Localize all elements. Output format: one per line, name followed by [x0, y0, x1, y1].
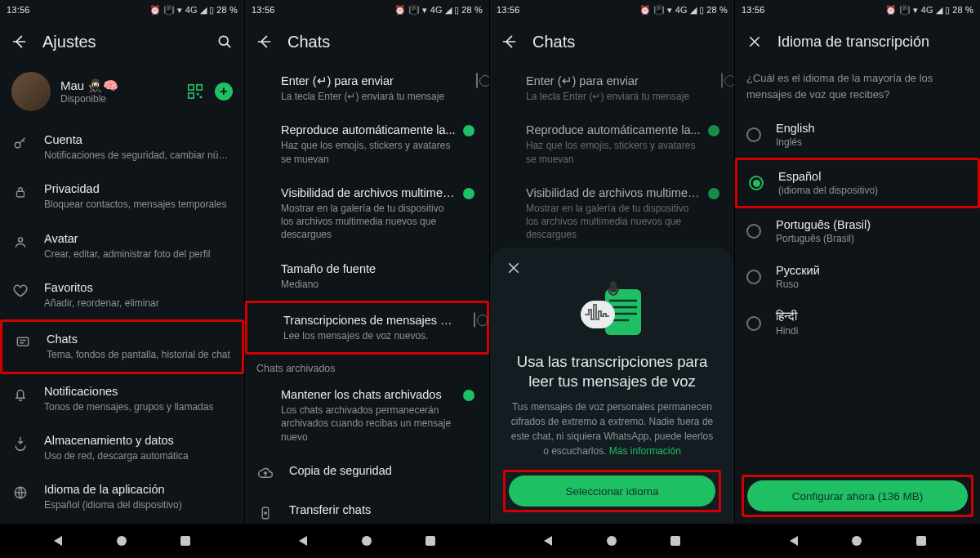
home-nav-icon[interactable] [117, 536, 127, 546]
wifi-icon: ▾ [667, 5, 672, 16]
status-time: 13:56 [7, 5, 30, 15]
signal-icon: ◢ [445, 5, 452, 16]
vibrate-icon: 📳 [653, 5, 665, 16]
screen-chats-settings: 13:56 ⏰ 📳 ▾ 4G ◢ ▯ 28 % Chats Enter (↵) … [245, 0, 490, 558]
item-subtitle: Español (idioma del dispositivo) [44, 498, 233, 511]
setting-item[interactable]: Mantener los chats archivadosLos chats a… [245, 377, 489, 453]
recents-nav-icon[interactable] [180, 536, 190, 546]
back-nav-icon[interactable] [54, 536, 62, 546]
alarm-icon: ⏰ [885, 5, 897, 16]
language-subtitle: Hindi [776, 325, 798, 337]
settings-item-storage[interactable]: Almacenamiento y datosUso de red, descar… [0, 423, 244, 472]
toggle-switch[interactable] [474, 312, 475, 328]
profile-row[interactable]: Mau 🥷🏻🧠 Disponible + [0, 64, 244, 123]
home-nav-icon[interactable] [362, 536, 372, 546]
svg-rect-1 [189, 85, 194, 90]
back-icon[interactable] [500, 32, 519, 51]
language-option[interactable]: РусскийRuso [735, 254, 980, 300]
svg-rect-2 [197, 85, 202, 90]
settings-item-bell[interactable]: NotificacionesTonos de mensajes, grupos … [0, 374, 244, 423]
wifi-icon: ▾ [177, 5, 182, 16]
setting-item[interactable]: Tamaño de fuenteMediano [245, 252, 489, 301]
net-icon: 4G [921, 5, 933, 15]
item-subtitle: Bloquear contactos, mensajes temporales [44, 198, 233, 211]
item-title: Visibilidad de archivos multimedia [526, 185, 703, 200]
back-icon[interactable] [255, 32, 274, 51]
toggle-switch[interactable] [476, 73, 478, 88]
item-title: Notificaciones [44, 384, 233, 399]
item-title: Transferir chats [289, 502, 478, 517]
app-bar: Chats [490, 20, 734, 64]
settings-item-chat[interactable]: ChatsTema, fondos de pantalla, historial… [0, 319, 244, 373]
back-icon[interactable] [10, 32, 29, 51]
status-time: 13:56 [742, 5, 765, 15]
setting-item[interactable]: Reproduce automáticamente la...Haz que l… [490, 113, 734, 176]
page-title: Ajustes [42, 33, 202, 51]
language-name: Português (Brasil) [776, 218, 871, 231]
recents-nav-icon[interactable] [916, 536, 926, 546]
setting-item[interactable]: Enter (↵) para enviarLa tecla Enter (↵) … [245, 64, 489, 113]
radio-button[interactable] [746, 316, 761, 331]
back-nav-icon[interactable] [299, 536, 307, 546]
close-icon[interactable] [745, 32, 764, 51]
setting-item[interactable]: Reproduce automáticamente la...Haz que l… [245, 113, 489, 176]
settings-item-heart[interactable]: FavoritosAñadir, reordenar, eliminar [0, 270, 244, 319]
item-title: Reproduce automáticamente la... [281, 123, 458, 137]
language-option[interactable]: हिन्दीHindi [735, 300, 980, 346]
item-title: Favoritos [44, 280, 233, 295]
item-title: Transcripciones de mensajes de... [283, 313, 454, 328]
recents-nav-icon[interactable] [670, 536, 680, 546]
back-nav-icon[interactable] [790, 536, 798, 546]
select-language-button[interactable]: Seleccionar idioma [509, 475, 715, 507]
language-subtitle: Ruso [776, 279, 820, 290]
svg-point-8 [19, 238, 23, 242]
item-title: Enter (↵) para enviar [281, 74, 457, 88]
toggle-switch[interactable] [721, 73, 723, 88]
item-title: Privacidad [44, 181, 233, 196]
settings-item-avatar[interactable]: AvatarCrear, editar, administrar foto de… [0, 221, 244, 270]
search-icon[interactable] [215, 32, 234, 51]
configure-now-button[interactable]: Configurar ahora (136 MB) [747, 480, 968, 511]
setting-item[interactable]: Visibilidad de archivos multimediaMostra… [490, 176, 734, 252]
settings-item-key[interactable]: CuentaNotificaciones de seguridad, cambi… [0, 123, 244, 172]
setting-item-backup[interactable]: Copia de seguridad [245, 453, 489, 493]
settings-item-globe[interactable]: Idioma de la aplicaciónEspañol (idioma d… [0, 472, 244, 521]
back-nav-icon[interactable] [544, 536, 552, 546]
item-title: Visibilidad de archivos multimedia [281, 185, 458, 200]
language-option[interactable]: Português (Brasil)Português (Brasil) [735, 208, 980, 254]
app-bar: Chats [245, 20, 489, 64]
status-bar: 13:56 ⏰ 📳 ▾ 4G ◢ ▯ 28 % [0, 0, 244, 20]
alarm-icon: ⏰ [639, 5, 651, 16]
setting-item[interactable]: Enter (↵) para enviarLa tecla Enter (↵) … [490, 64, 734, 113]
item-title: Avatar [44, 231, 233, 246]
setting-item[interactable]: Visibilidad de archivos multimediaMostra… [245, 176, 489, 252]
recents-nav-icon[interactable] [425, 536, 435, 546]
battery-pct: 28 % [706, 5, 728, 15]
screen-transcription-language: 13:56 ⏰ 📳 ▾ 4G ◢ ▯ 28 % Idioma de transc… [735, 0, 980, 558]
transcription-illustration-icon [503, 279, 721, 346]
language-option[interactable]: EnglishInglés [735, 112, 980, 158]
radio-button[interactable] [746, 224, 761, 239]
setting-item[interactable]: Transcripciones de mensajes de...Lee los… [245, 301, 489, 355]
radio-button[interactable] [749, 176, 764, 190]
radio-button[interactable] [746, 127, 761, 142]
item-subtitle: Haz que los emojis, stickers y avatares … [526, 139, 703, 165]
home-nav-icon[interactable] [607, 536, 617, 546]
svg-rect-5 [200, 96, 203, 99]
language-option[interactable]: Español(idioma del dispositivo) [735, 158, 980, 208]
more-info-link[interactable]: Más información [609, 445, 681, 457]
radio-button[interactable] [746, 270, 761, 284]
status-bar: 13:56 ⏰ 📳 ▾ 4G ◢ ▯ 28 % [245, 0, 489, 20]
qr-icon[interactable] [185, 82, 205, 101]
status-bar: 13:56 ⏰ 📳 ▾ 4G ◢ ▯ 28 % [490, 0, 734, 20]
close-icon[interactable] [503, 257, 524, 279]
item-title: Idioma de la aplicación [44, 482, 233, 497]
profile-name: Mau 🥷🏻🧠 [60, 78, 176, 93]
item-subtitle: Haz que los emojis, stickers y avatares … [281, 139, 458, 165]
add-icon[interactable]: + [215, 83, 233, 100]
language-subtitle: (idioma del dispositivo) [778, 185, 878, 196]
net-icon: 4G [185, 5, 198, 15]
home-nav-icon[interactable] [852, 536, 862, 546]
setting-item-transfer[interactable]: Transferir chats [245, 493, 489, 524]
settings-item-lock[interactable]: PrivacidadBloquear contactos, mensajes t… [0, 172, 244, 221]
